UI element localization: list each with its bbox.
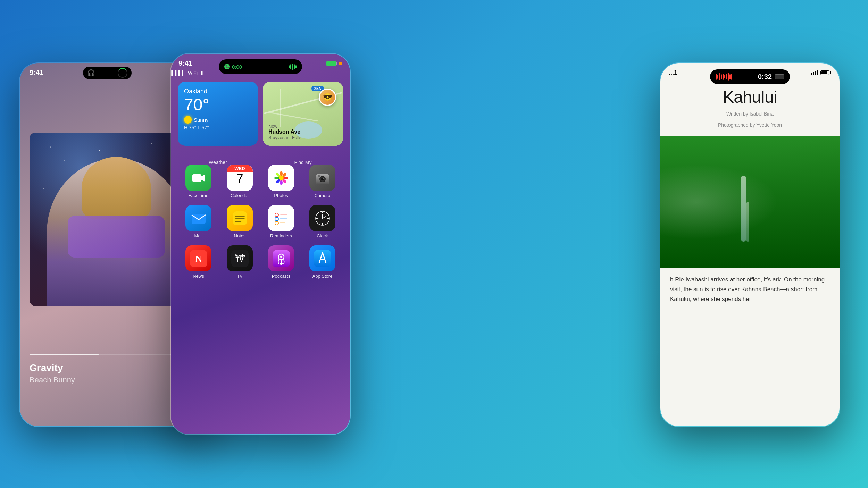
mail-svg: [191, 211, 206, 226]
appstore-label: App Store: [312, 274, 333, 279]
article-title: Kahului: [670, 87, 830, 107]
orange-dot: [339, 62, 342, 65]
clock-svg: [314, 210, 331, 227]
podcasts-svg: [273, 250, 290, 267]
app-row-1: FaceTime WED 7 Calendar: [178, 165, 343, 198]
facetime-icon: [185, 165, 211, 191]
findmy-widget[interactable]: 25A 😎 Now Hudson Ave Stuyvesant Falls: [263, 82, 343, 146]
progress-bar-fill: [30, 354, 99, 355]
di-audio-bars: [289, 64, 297, 70]
findmy-street: Hudson Ave: [268, 129, 301, 135]
svg-rect-0: [192, 174, 201, 182]
app-clock[interactable]: Clock: [305, 205, 340, 238]
mail-icon: [185, 205, 211, 231]
di-bar-1: [289, 65, 290, 68]
svg-rect-20: [235, 216, 245, 217]
app-photos[interactable]: Photos: [264, 165, 299, 198]
calendar-inner: WED 7: [227, 165, 253, 191]
notes-icon: [227, 205, 253, 231]
center-status-right: [326, 61, 342, 66]
left-status-time: 9:41: [30, 69, 43, 77]
svg-rect-27: [280, 218, 287, 219]
app-reminders[interactable]: Reminders: [264, 205, 299, 238]
findmy-avatar: 😎: [319, 89, 336, 106]
tv-icon: Apple TV: [227, 245, 253, 271]
app-tv[interactable]: Apple TV TV: [223, 245, 257, 279]
headphone-icon: 🎧: [87, 69, 95, 77]
star-2: [64, 160, 65, 161]
calendar-day: WED: [227, 165, 253, 172]
photos-label: Photos: [274, 193, 288, 198]
weather-label: Weather: [178, 160, 258, 165]
center-dynamic-island: 📞 0:00: [219, 59, 302, 74]
left-status-icons: ▌▌▌▌ WiFi ▮: [171, 70, 203, 76]
right-status-time: ...1: [669, 69, 677, 76]
app-calendar[interactable]: WED 7 Calendar: [223, 165, 257, 198]
svg-rect-22: [235, 221, 241, 222]
map-road-3: [280, 89, 281, 127]
weather-condition: Sunny: [194, 117, 209, 123]
svg-text:TV: TV: [235, 256, 243, 263]
right-di-battery: [775, 74, 784, 79]
app-mail[interactable]: Mail: [181, 205, 216, 238]
app-appstore[interactable]: App Store: [305, 245, 340, 279]
svg-point-7: [280, 180, 283, 185]
svg-point-3: [280, 171, 283, 176]
right-phone: ...1: [660, 62, 840, 427]
app-podcasts[interactable]: Podcasts: [264, 245, 299, 279]
clock-label: Clock: [317, 233, 328, 238]
svg-marker-1: [201, 175, 205, 182]
weather-sun-icon: [184, 116, 192, 124]
reminders-svg: [273, 210, 290, 227]
right-di-waveform: [716, 73, 732, 81]
svg-rect-29: [280, 222, 285, 223]
calendar-label: Calendar: [231, 193, 249, 198]
weather-temperature: 70°: [184, 96, 252, 113]
svg-text:N: N: [195, 253, 202, 264]
camera-icon: [309, 165, 335, 191]
svg-point-48: [280, 263, 283, 265]
podcasts-icon: [268, 245, 294, 271]
app-news[interactable]: N News: [181, 245, 216, 279]
svg-rect-18: [192, 214, 206, 224]
photos-icon: [268, 165, 294, 191]
article-header: Kahului Written by Isabel Bina Photograp…: [670, 87, 830, 129]
mail-label: Mail: [194, 233, 203, 238]
app-notes[interactable]: Notes: [223, 205, 257, 238]
camera-label: Camera: [314, 193, 330, 198]
center-phone: 9:41 📞 0:00 O: [170, 53, 351, 435]
weather-widget[interactable]: Oakland 70° Sunny H:75° L:57°: [178, 82, 258, 146]
calendar-date: 7: [236, 172, 243, 186]
app-grid: FaceTime WED 7 Calendar: [178, 165, 343, 286]
left-status-bar: 9:41 🎧 ▌▌▌▌ WiFi ▮: [20, 63, 213, 82]
photos-svg: [273, 170, 289, 186]
wifi-icon: WiFi: [188, 70, 198, 76]
app-camera[interactable]: Camera: [305, 165, 340, 198]
di-bar-3: [292, 64, 293, 70]
svg-rect-25: [280, 214, 287, 215]
di-call-indicator: 📞 0:00: [224, 64, 242, 70]
weather-hi-lo: H:75° L:57°: [184, 125, 252, 131]
battery-green: [326, 61, 336, 66]
battery-icon-left: ▮: [200, 70, 203, 76]
facetime-svg: [192, 171, 206, 185]
clock-icon: [309, 205, 335, 231]
facetime-label: FaceTime: [189, 193, 208, 198]
news-svg: N: [190, 250, 207, 267]
map-road-2: [270, 112, 318, 121]
findmy-city: Stuyvesant Falls: [268, 135, 301, 140]
podcasts-label: Podcasts: [272, 274, 290, 279]
svg-point-5: [283, 177, 288, 179]
battery-icon-right: [820, 70, 831, 75]
waterfall-1: [741, 176, 746, 242]
app-facetime[interactable]: FaceTime: [181, 165, 216, 198]
star-1: [50, 146, 51, 148]
signal-bars-icon: [811, 70, 818, 75]
signal-icon: ▌▌▌▌: [171, 70, 185, 76]
app-row-2: Mail Notes: [178, 205, 343, 238]
di-call-time: 0:00: [232, 64, 242, 70]
di-bar-2: [290, 64, 291, 69]
right-dynamic-island: 0:32: [710, 69, 790, 84]
star-5: [43, 188, 44, 189]
appstore-svg: [314, 250, 331, 267]
